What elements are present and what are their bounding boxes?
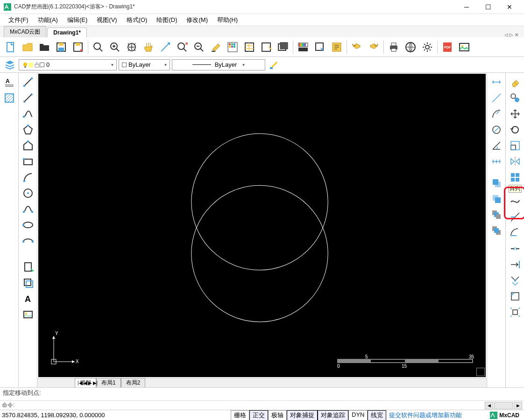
insert-block-button[interactable]: [21, 259, 35, 274]
erase-button[interactable]: [508, 75, 523, 90]
dimension-diameter-button[interactable]: [489, 122, 504, 137]
toggle-grid[interactable]: 栅格: [231, 410, 249, 420]
menu-edit[interactable]: 编辑(E): [63, 14, 92, 26]
image-button[interactable]: [21, 307, 35, 322]
dimension-angular-button[interactable]: [489, 138, 504, 153]
save-button[interactable]: [53, 39, 69, 55]
palette-button[interactable]: [225, 39, 241, 55]
scale-button[interactable]: [508, 138, 523, 153]
select-button[interactable]: [312, 39, 328, 55]
bring-forward-button[interactable]: [489, 207, 504, 222]
layer-button[interactable]: [275, 39, 291, 55]
hatch-button[interactable]: [2, 91, 17, 105]
break-button[interactable]: [508, 241, 523, 256]
scroll-right-button[interactable]: ▶: [514, 402, 522, 409]
offset-button[interactable]: [508, 257, 523, 272]
menu-file[interactable]: 文件(F): [4, 14, 33, 26]
export-image-button[interactable]: [456, 39, 472, 55]
toggle-osnap[interactable]: 对象捕捉: [287, 410, 318, 420]
layout-tab-2[interactable]: 布局2: [121, 378, 146, 388]
zoom-window-button[interactable]: [90, 39, 106, 55]
polygon-button[interactable]: [21, 122, 35, 137]
circle-button[interactable]: [21, 186, 35, 201]
extend-button[interactable]: [508, 225, 523, 240]
grid-button[interactable]: [258, 39, 274, 55]
move-button[interactable]: [508, 106, 523, 121]
dimension-linear-button[interactable]: [489, 75, 504, 90]
web-button[interactable]: [403, 39, 418, 55]
trim-button[interactable]: [508, 210, 523, 224]
menu-function[interactable]: 功能(A): [33, 14, 63, 26]
ellipse-arc-button[interactable]: [21, 233, 35, 248]
toggle-ortho[interactable]: 正交: [249, 410, 268, 420]
maximize-button[interactable]: ☐: [477, 0, 499, 14]
color-combobox[interactable]: ByLayer ▾: [119, 59, 170, 70]
make-block-button[interactable]: [21, 275, 35, 290]
tab-mxcad-cloud[interactable]: MxCAD云图: [4, 26, 46, 37]
menu-draw[interactable]: 绘图(D): [152, 14, 182, 26]
menu-modify[interactable]: 修改(M): [182, 14, 212, 26]
spline-button[interactable]: [21, 202, 35, 217]
zoom-previous-button[interactable]: [174, 39, 190, 55]
polyline-button[interactable]: [21, 106, 35, 121]
new-file-button[interactable]: [3, 39, 19, 55]
text-button[interactable]: A: [21, 291, 35, 306]
toggle-dyn[interactable]: DYN: [348, 410, 368, 420]
highlight-button[interactable]: [208, 39, 224, 55]
layer-manager-button[interactable]: [3, 58, 17, 71]
minimize-button[interactable]: ─: [456, 0, 477, 14]
zoom-extents-button[interactable]: [124, 39, 140, 55]
dimension-radius-button[interactable]: [489, 106, 504, 121]
fillet-button[interactable]: [508, 273, 523, 288]
corner-handle[interactable]: [476, 368, 485, 376]
spline-edit-button[interactable]: [508, 194, 523, 209]
toggle-polar[interactable]: 极轴: [268, 410, 287, 420]
undo-button[interactable]: [349, 39, 365, 55]
layout-tab-1[interactable]: 布局1: [96, 378, 121, 388]
explode-button[interactable]: [508, 305, 523, 320]
export-pdf-button[interactable]: PDF: [439, 39, 455, 55]
layer-combobox[interactable]: 0 ▾: [19, 59, 117, 70]
open-folder-button[interactable]: [36, 39, 52, 55]
layout-nav-buttons[interactable]: |◀◀▶▶|: [75, 380, 98, 385]
save-as-button[interactable]: [70, 39, 86, 55]
ellipse-button[interactable]: [21, 217, 35, 232]
rotate-button[interactable]: [508, 122, 523, 137]
toggle-lweight[interactable]: 线宽: [368, 410, 386, 420]
menu-help[interactable]: 帮助(H): [212, 14, 242, 26]
feedback-link[interactable]: 提交软件问题或增加新功能: [386, 411, 462, 420]
dimension-aligned-button[interactable]: [489, 91, 504, 105]
tab-nav-buttons[interactable]: ◁ ▷ ✕: [504, 32, 520, 37]
zoom-realtime-button[interactable]: [157, 39, 173, 55]
line-button[interactable]: [21, 75, 35, 90]
mirror-button[interactable]: [508, 154, 523, 169]
copy-button[interactable]: [508, 91, 523, 105]
close-button[interactable]: ✕: [499, 0, 520, 14]
dimension-continue-button[interactable]: [489, 154, 504, 169]
redo-button[interactable]: [366, 39, 382, 55]
print-button[interactable]: [386, 39, 402, 55]
menu-view[interactable]: 视图(V): [92, 14, 121, 26]
drawing-canvas[interactable]: YX 5 35 0 15: [38, 74, 486, 377]
open-file-button[interactable]: [20, 39, 35, 55]
zoom-out-button[interactable]: [191, 39, 207, 55]
construction-line-button[interactable]: [21, 91, 35, 105]
match-properties-button[interactable]: [267, 58, 281, 71]
colors-button[interactable]: [295, 39, 311, 55]
linetype-combobox[interactable]: ByLayer ▾: [172, 59, 265, 70]
arc-button[interactable]: [21, 170, 35, 185]
move-to-front-button[interactable]: [489, 191, 504, 206]
chamfer-button[interactable]: [508, 289, 523, 304]
toggle-otrack[interactable]: 对象追踪: [318, 410, 348, 420]
text-style-button[interactable]: A: [2, 75, 17, 90]
array-button[interactable]: [508, 170, 523, 185]
settings-button[interactable]: [419, 39, 435, 55]
rectangle-button[interactable]: [21, 154, 35, 169]
menu-format[interactable]: 格式(O): [122, 14, 152, 26]
move-to-back-button[interactable]: [489, 175, 504, 190]
properties-button[interactable]: [241, 39, 257, 55]
send-backward-button[interactable]: [489, 223, 504, 238]
scroll-left-button[interactable]: ◀: [485, 402, 493, 409]
zoom-in-button[interactable]: [107, 39, 123, 55]
polygon-alt-button[interactable]: [21, 138, 35, 153]
